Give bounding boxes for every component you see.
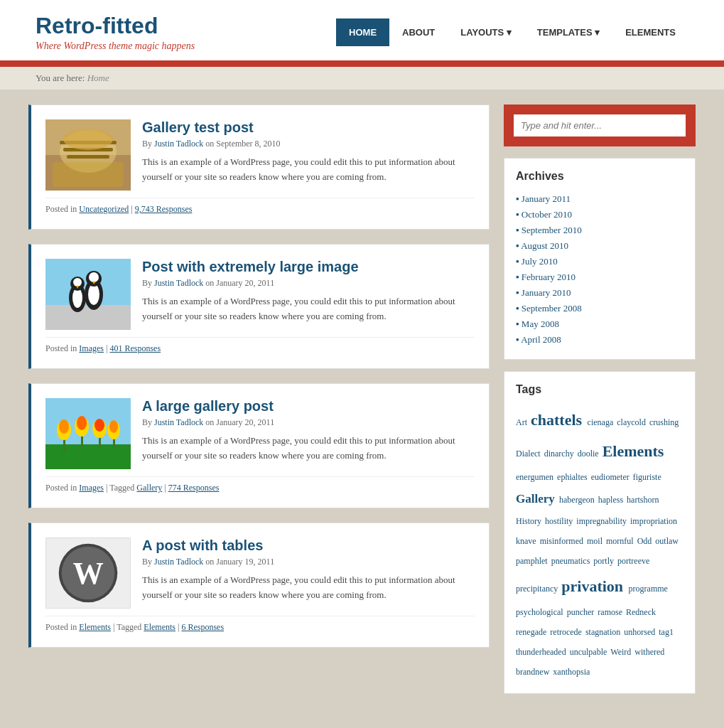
tag-link[interactable]: eudiometer: [591, 472, 632, 482]
post-author-2[interactable]: Justin Tadlock: [154, 278, 203, 288]
post-author-3[interactable]: Justin Tadlock: [154, 417, 203, 427]
tag-link[interactable]: claycold: [617, 417, 648, 427]
tag-link[interactable]: hapless: [598, 495, 625, 505]
tag-cloud: Art chattels cienaga claycold crushing D…: [516, 405, 684, 682]
tag-link[interactable]: renegade: [516, 627, 549, 637]
tag-link[interactable]: ramose: [598, 607, 625, 617]
archive-item: January 2010: [516, 285, 684, 301]
nav-elements[interactable]: ELEMENTS: [612, 18, 688, 46]
post-title-4[interactable]: A post with tables: [142, 537, 475, 554]
nav-home[interactable]: HOME: [336, 18, 389, 46]
post-tag-3[interactable]: Gallery: [136, 483, 162, 493]
post-responses-3[interactable]: 774 Responses: [168, 483, 220, 493]
tag-link[interactable]: impropriation: [630, 516, 677, 526]
site-tagline: Where WordPress theme magic happens: [36, 41, 195, 52]
post-footer-4: Posted in Elements | Tagged Elements | 6…: [45, 616, 475, 633]
archive-link[interactable]: January 2010: [522, 287, 571, 298]
tag-link[interactable]: pneumatics: [551, 556, 593, 566]
tag-link[interactable]: Elements: [603, 442, 664, 460]
tag-link[interactable]: precipitancy: [516, 584, 560, 594]
post-excerpt-2: This is an example of a WordPress page, …: [142, 294, 475, 324]
archive-link[interactable]: July 2010: [522, 256, 558, 267]
post-tag-4[interactable]: Elements: [144, 622, 175, 632]
post-category-4[interactable]: Elements: [79, 622, 111, 632]
post-category-1[interactable]: Uncategorized: [79, 204, 129, 214]
tag-link[interactable]: habergeon: [559, 495, 597, 505]
tag-link[interactable]: unculpable: [570, 647, 610, 657]
tag-link[interactable]: Gallery: [516, 492, 558, 505]
tag-link[interactable]: mornful: [606, 536, 636, 546]
archive-item: January 2011: [516, 191, 684, 207]
svg-point-27: [77, 416, 87, 430]
post-title-3[interactable]: A large gallery post: [142, 398, 475, 414]
nav-templates[interactable]: TEMPLATES: [524, 18, 612, 46]
breadcrumb-current[interactable]: Home: [87, 73, 109, 83]
tag-link[interactable]: figuriste: [633, 472, 661, 482]
tag-link[interactable]: knave: [516, 536, 539, 546]
nav-layouts[interactable]: LAYOUTS: [448, 18, 524, 46]
tag-link[interactable]: Odd: [637, 536, 654, 546]
archive-link[interactable]: September 2008: [522, 303, 582, 314]
archive-link[interactable]: February 2010: [522, 272, 576, 282]
post-category-2[interactable]: Images: [79, 343, 104, 353]
tag-link[interactable]: hartshorn: [627, 495, 659, 505]
tag-link[interactable]: xanthopsia: [553, 667, 590, 677]
tag-link[interactable]: withered: [634, 647, 664, 657]
tag-link[interactable]: unhorsed: [624, 627, 657, 637]
post-responses-1[interactable]: 9,743 Responses: [135, 204, 193, 214]
tag-link[interactable]: ephialtes: [557, 472, 590, 482]
tag-link[interactable]: dinarchy: [544, 449, 576, 459]
svg-point-13: [73, 278, 82, 287]
tag-link[interactable]: History: [516, 516, 544, 526]
nav-about[interactable]: ABOUT: [389, 18, 448, 46]
archive-item: May 2008: [516, 316, 684, 332]
tag-link[interactable]: moil: [587, 536, 605, 546]
tag-link[interactable]: portreeve: [617, 556, 649, 566]
tag-link[interactable]: impregnability: [576, 516, 629, 526]
tag-link[interactable]: doolie: [578, 449, 601, 459]
tag-link[interactable]: outlaw: [655, 536, 679, 546]
tag-link[interactable]: chattels: [531, 411, 586, 429]
archive-link[interactable]: January 2011: [522, 193, 571, 204]
tag-link[interactable]: cienaga: [588, 417, 616, 427]
post-title-2[interactable]: Post with extremely large image: [142, 259, 475, 275]
tag-link[interactable]: crushing: [649, 417, 679, 427]
tag-link[interactable]: retrocede: [550, 627, 584, 637]
post-author-1[interactable]: Justin Tadlock: [154, 139, 203, 149]
post-title-1[interactable]: Gallery test post: [142, 119, 475, 136]
tag-link[interactable]: Redneck: [626, 607, 656, 617]
site-title: Retro-fitted: [36, 13, 195, 39]
svg-point-33: [109, 420, 118, 433]
post-footer-2: Posted in Images | 401 Responses: [45, 337, 475, 354]
tag-link[interactable]: stagnation: [585, 627, 622, 637]
tag-link[interactable]: psychological: [516, 607, 566, 617]
archive-link[interactable]: April 2008: [521, 334, 561, 345]
post-responses-2[interactable]: 401 Responses: [109, 343, 161, 353]
tag-link[interactable]: privation: [561, 577, 627, 595]
archive-link[interactable]: May 2008: [522, 318, 559, 329]
archive-link[interactable]: August 2010: [521, 240, 568, 251]
post-author-4[interactable]: Justin Tadlock: [154, 557, 203, 567]
tag-link[interactable]: portly: [593, 556, 616, 566]
tag-link[interactable]: Art: [516, 417, 529, 427]
tag-link[interactable]: programme: [629, 584, 668, 594]
archive-link[interactable]: October 2010: [522, 209, 572, 220]
tag-link[interactable]: energumen: [516, 472, 556, 482]
tag-link[interactable]: hostility: [545, 516, 575, 526]
tag-link[interactable]: brandnew: [516, 667, 551, 677]
tag-link[interactable]: tag1: [659, 627, 674, 637]
archive-link[interactable]: September 2010: [522, 225, 582, 235]
tag-link[interactable]: puncher: [567, 607, 597, 617]
archives-title: Archives: [516, 170, 684, 183]
post-responses-4[interactable]: 6 Responses: [181, 622, 224, 632]
svg-rect-5: [67, 155, 109, 159]
post-category-3[interactable]: Images: [79, 483, 104, 493]
search-input[interactable]: [514, 114, 686, 136]
tag-link[interactable]: Dialect: [516, 449, 543, 459]
post-footer-3: Posted in Images | Tagged Gallery | 774 …: [45, 476, 475, 493]
tag-link[interactable]: thunderheaded: [516, 647, 568, 657]
post-meta-3: By Justin Tadlock on January 20, 2011: [142, 417, 475, 428]
tag-link[interactable]: Weird: [610, 647, 633, 657]
tag-link[interactable]: pamphlet: [516, 556, 550, 566]
tag-link[interactable]: misinformed: [540, 536, 585, 546]
